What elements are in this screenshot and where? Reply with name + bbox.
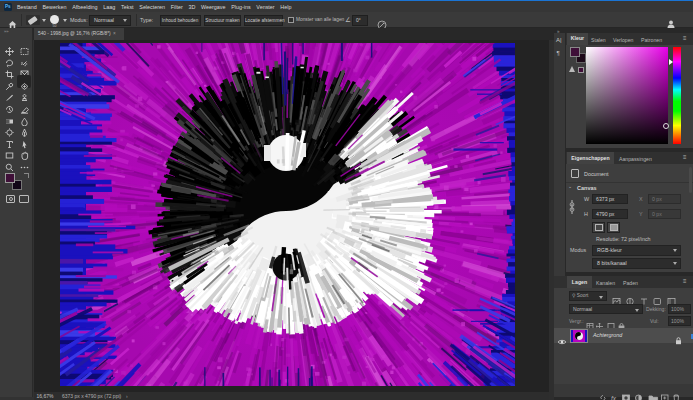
svg-text:fx: fx [611,394,617,400]
